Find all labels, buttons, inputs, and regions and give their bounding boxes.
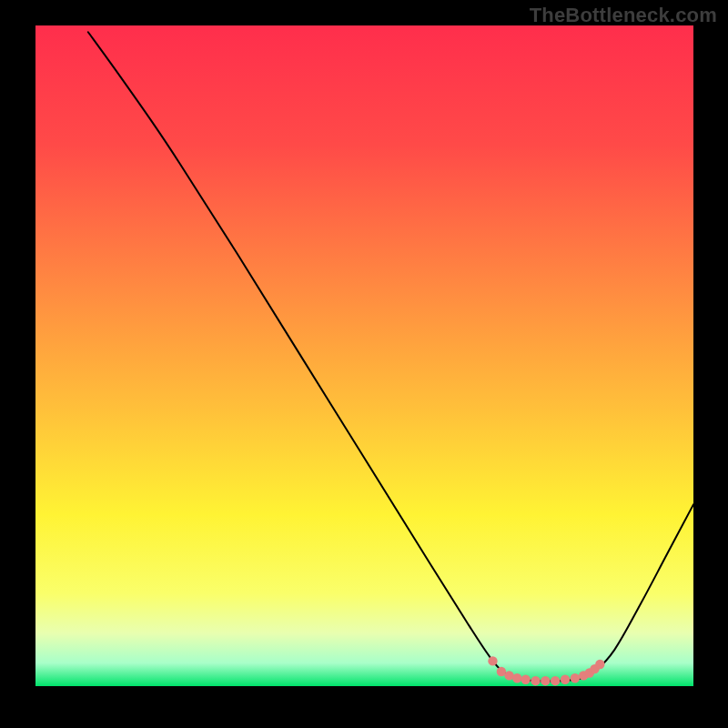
optimal-marker xyxy=(512,673,521,682)
optimal-marker xyxy=(541,676,550,685)
optimal-marker xyxy=(595,660,604,669)
optimal-marker xyxy=(521,675,530,684)
optimal-marker xyxy=(488,656,497,665)
optimal-marker xyxy=(561,675,570,684)
optimal-marker xyxy=(531,676,540,685)
optimal-marker xyxy=(551,676,560,685)
plot-background xyxy=(35,25,693,686)
optimal-marker xyxy=(571,673,580,682)
watermark-text: TheBottleneck.com xyxy=(530,4,717,27)
bottleneck-chart xyxy=(0,0,728,728)
